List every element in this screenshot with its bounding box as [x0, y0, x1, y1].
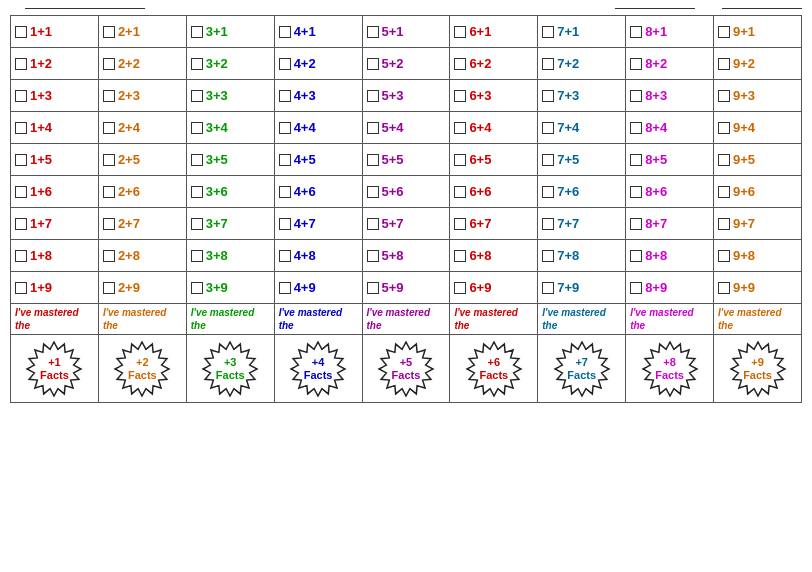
checkbox-col9-row6[interactable]	[718, 186, 730, 198]
checkbox-col5-row1[interactable]	[367, 26, 379, 38]
checkbox-col1-row9[interactable]	[15, 282, 27, 294]
checkbox-col5-row6[interactable]	[367, 186, 379, 198]
fact-text-col2-row1: 2+1	[118, 24, 140, 39]
checkbox-col8-row3[interactable]	[630, 90, 642, 102]
cell-col8-row7: 8+7	[626, 208, 714, 240]
checkbox-col3-row3[interactable]	[191, 90, 203, 102]
checkbox-col1-row6[interactable]	[15, 186, 27, 198]
checkbox-col2-row9[interactable]	[103, 282, 115, 294]
checkbox-col4-row3[interactable]	[279, 90, 291, 102]
checkbox-col4-row6[interactable]	[279, 186, 291, 198]
checkbox-col5-row5[interactable]	[367, 154, 379, 166]
checkbox-col7-row5[interactable]	[542, 154, 554, 166]
checkbox-col4-row7[interactable]	[279, 218, 291, 230]
checkbox-col6-row5[interactable]	[454, 154, 466, 166]
cell-col2-row3: 2+3	[98, 80, 186, 112]
checkbox-col2-row2[interactable]	[103, 58, 115, 70]
fact-text-col7-row3: 7+3	[557, 88, 579, 103]
checkbox-col9-row4[interactable]	[718, 122, 730, 134]
checkbox-col9-row3[interactable]	[718, 90, 730, 102]
checkbox-col5-row3[interactable]	[367, 90, 379, 102]
checkbox-col6-row2[interactable]	[454, 58, 466, 70]
checkbox-col1-row7[interactable]	[15, 218, 27, 230]
checkbox-col8-row5[interactable]	[630, 154, 642, 166]
mastered-cell-col7: I've mastered the	[538, 304, 626, 335]
checkbox-col7-row4[interactable]	[542, 122, 554, 134]
checkbox-col9-row7[interactable]	[718, 218, 730, 230]
checkbox-col8-row8[interactable]	[630, 250, 642, 262]
checkbox-col1-row4[interactable]	[15, 122, 27, 134]
checkbox-col6-row4[interactable]	[454, 122, 466, 134]
checkbox-col8-row4[interactable]	[630, 122, 642, 134]
checkbox-col5-row2[interactable]	[367, 58, 379, 70]
checkbox-col5-row7[interactable]	[367, 218, 379, 230]
cell-col9-row9: 9+9	[714, 272, 802, 304]
fact-text-col4-row9: 4+9	[294, 280, 316, 295]
checkbox-col2-row8[interactable]	[103, 250, 115, 262]
checkbox-col2-row5[interactable]	[103, 154, 115, 166]
checkbox-col9-row9[interactable]	[718, 282, 730, 294]
checkbox-col4-row1[interactable]	[279, 26, 291, 38]
checkbox-col9-row2[interactable]	[718, 58, 730, 70]
checkbox-col2-row6[interactable]	[103, 186, 115, 198]
checkbox-col2-row1[interactable]	[103, 26, 115, 38]
checkbox-col7-row8[interactable]	[542, 250, 554, 262]
cell-col8-row8: 8+8	[626, 240, 714, 272]
checkbox-col1-row3[interactable]	[15, 90, 27, 102]
checkbox-col1-row8[interactable]	[15, 250, 27, 262]
checkbox-col3-row6[interactable]	[191, 186, 203, 198]
checkbox-col5-row9[interactable]	[367, 282, 379, 294]
mastered-cell-col8: I've mastered the	[626, 304, 714, 335]
checkbox-col8-row6[interactable]	[630, 186, 642, 198]
checkbox-col8-row2[interactable]	[630, 58, 642, 70]
checkbox-col8-row1[interactable]	[630, 26, 642, 38]
checkbox-col3-row5[interactable]	[191, 154, 203, 166]
checkbox-col4-row4[interactable]	[279, 122, 291, 134]
checkbox-col6-row8[interactable]	[454, 250, 466, 262]
checkbox-col1-row1[interactable]	[15, 26, 27, 38]
starburst-col3: +3Facts	[201, 340, 259, 398]
checkbox-col7-row1[interactable]	[542, 26, 554, 38]
fact-text-col4-row7: 4+7	[294, 216, 316, 231]
checkbox-col7-row7[interactable]	[542, 218, 554, 230]
checkbox-col9-row1[interactable]	[718, 26, 730, 38]
checkbox-col3-row1[interactable]	[191, 26, 203, 38]
checkbox-col3-row8[interactable]	[191, 250, 203, 262]
checkbox-col4-row8[interactable]	[279, 250, 291, 262]
checkbox-col9-row5[interactable]	[718, 154, 730, 166]
checkbox-col8-row7[interactable]	[630, 218, 642, 230]
checkbox-col4-row5[interactable]	[279, 154, 291, 166]
badge-label-col2: +2Facts	[128, 356, 157, 381]
checkbox-col7-row3[interactable]	[542, 90, 554, 102]
checkbox-col2-row7[interactable]	[103, 218, 115, 230]
cell-col9-row5: 9+5	[714, 144, 802, 176]
checkbox-col7-row2[interactable]	[542, 58, 554, 70]
checkbox-col5-row8[interactable]	[367, 250, 379, 262]
checkbox-col6-row9[interactable]	[454, 282, 466, 294]
checkbox-col3-row4[interactable]	[191, 122, 203, 134]
checkbox-col8-row9[interactable]	[630, 282, 642, 294]
checkbox-col1-row5[interactable]	[15, 154, 27, 166]
cell-col1-row6: 1+6	[11, 176, 99, 208]
checkbox-col4-row9[interactable]	[279, 282, 291, 294]
checkbox-col3-row7[interactable]	[191, 218, 203, 230]
checkbox-col6-row7[interactable]	[454, 218, 466, 230]
checkbox-col3-row2[interactable]	[191, 58, 203, 70]
checkbox-col1-row2[interactable]	[15, 58, 27, 70]
fact-text-col3-row8: 3+8	[206, 248, 228, 263]
fact-text-col5-row2: 5+2	[382, 56, 404, 71]
checkbox-col6-row1[interactable]	[454, 26, 466, 38]
checkbox-col7-row9[interactable]	[542, 282, 554, 294]
checkbox-col5-row4[interactable]	[367, 122, 379, 134]
checkbox-col6-row6[interactable]	[454, 186, 466, 198]
badge-label-col6: +6Facts	[479, 356, 508, 381]
checkbox-col2-row3[interactable]	[103, 90, 115, 102]
checkbox-col9-row8[interactable]	[718, 250, 730, 262]
checkbox-col7-row6[interactable]	[542, 186, 554, 198]
checkbox-col6-row3[interactable]	[454, 90, 466, 102]
cell-col6-row4: 6+4	[450, 112, 538, 144]
table-row: 1+22+23+24+25+26+27+28+29+2	[11, 48, 802, 80]
checkbox-col2-row4[interactable]	[103, 122, 115, 134]
checkbox-col3-row9[interactable]	[191, 282, 203, 294]
checkbox-col4-row2[interactable]	[279, 58, 291, 70]
